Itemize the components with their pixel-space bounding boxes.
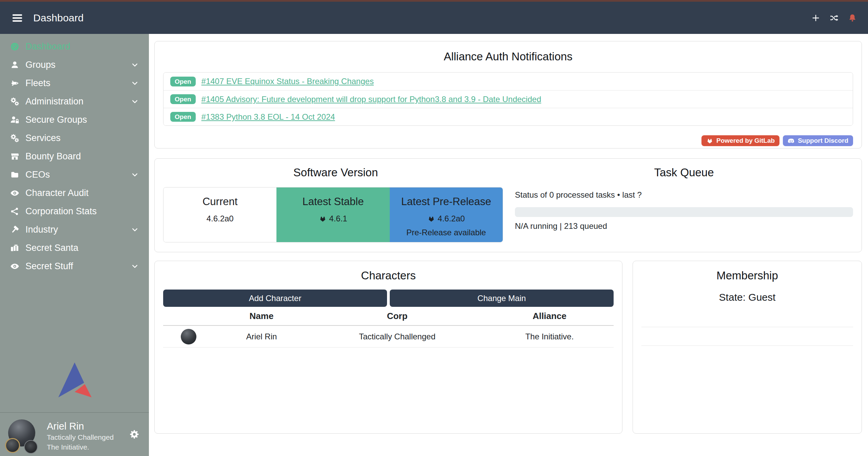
version-column: Latest Pre-Release 4.6.2a0 Pre-Release a… [390,187,503,242]
shuffle-icon[interactable] [829,13,839,23]
user-info: Ariel Rin Tactically Challenged The Init… [47,420,141,452]
gears-icon [10,97,19,106]
task-queue-queue-line: N/A running | 213 queued [515,221,853,231]
chevron-down-icon [131,79,139,87]
sidebar-item-secret-santa[interactable]: Secret Santa [0,239,149,257]
sidebar-item-industry[interactable]: Industry [0,220,149,239]
sidebar-item-label: CEOs [25,170,131,180]
characters-card: Characters Add Character Change Main Nam… [154,261,622,434]
sidebar-item-label: Groups [25,60,131,70]
chevron-down-icon [131,98,139,105]
sidebar-item-label: Character Audit [25,188,131,198]
bell-icon[interactable] [848,13,857,23]
sidebar-item-secret-stuff[interactable]: Secret Stuff [0,257,149,275]
sidebar: Dashboard Groups Fleets Administration S… [0,34,149,456]
header-corp: Corp [309,311,485,321]
discord-badge[interactable]: Support Discord [783,135,853,146]
version-column: Current 4.6.2a0 [163,187,276,242]
share-icon [10,207,19,216]
membership-title: Membership [641,269,853,282]
plus-icon[interactable] [811,13,821,23]
chevron-down-icon [131,226,139,234]
task-queue-section: Task Queue Status of 0 processed tasks •… [508,166,853,252]
add-character-button[interactable]: Add Character [163,290,387,307]
gauge-icon [10,42,19,51]
header-alliance: Alliance [485,311,614,321]
sidebar-item-label: Secret Stuff [25,261,131,272]
gitlab-icon [706,137,713,144]
status-badge: Open [170,112,196,122]
sidebar-item-secure-groups[interactable]: Secure Groups [0,111,149,129]
version-value: 4.6.2a0 [438,214,465,223]
notification-link[interactable]: #1407 EVE Equinox Status - Breaking Chan… [201,77,374,86]
version-column-heading: Latest Pre-Release [390,196,503,208]
notification-link[interactable]: #1405 Advisory: Future development will … [201,95,541,104]
top-navbar: Dashboard [0,2,868,34]
sidebar-item-label: Services [25,133,131,143]
alliance-logo-badge [24,440,38,454]
chevron-down-icon [131,262,139,270]
sidebar-item-bounty-board[interactable]: Bounty Board [0,147,149,165]
user-icon [10,60,19,70]
version-comparison-box: Current 4.6.2a0 Latest Stable 4.6.1 Late… [163,187,503,242]
character-corp: Tactically Challenged [309,332,485,341]
hammer-icon [10,225,19,234]
user-settings-gear-icon[interactable] [129,429,139,439]
task-queue-progress-bar [515,207,853,217]
version-taskqueue-card: Software Version Current 4.6.2a0 Latest … [154,158,862,252]
version-note: Pre-Release available [390,228,503,237]
sidebar-item-groups[interactable]: Groups [0,56,149,74]
notification-row: Open #1383 Python 3.8 EOL - 14 Oct 2024 [163,108,853,125]
character-row: Ariel Rin Tactically Challenged The Init… [163,326,614,348]
gitlab-icon [319,215,327,223]
main-content: Alliance Auth Notifications Open #1407 E… [149,34,868,456]
notifications-list: Open #1407 EVE Equinox Status - Breaking… [163,72,853,126]
notifications-card: Alliance Auth Notifications Open #1407 E… [154,41,862,148]
notifications-title: Alliance Auth Notifications [163,50,853,63]
eye-icon [10,189,19,198]
store-icon [10,152,19,161]
character-name: Ariel Rin [214,332,309,341]
sidebar-item-label: Bounty Board [25,151,131,162]
shuttle-icon [10,79,19,88]
characters-title: Characters [163,269,614,282]
sidebar-item-ceos[interactable]: CEOs [0,165,149,184]
change-main-button[interactable]: Change Main [390,290,614,307]
task-queue-title: Task Queue [515,166,853,179]
sidebar-item-character-audit[interactable]: Character Audit [0,184,149,202]
sidebar-item-administration[interactable]: Administration [0,92,149,111]
hamburger-menu-icon[interactable] [11,12,24,24]
membership-group-row [641,309,853,327]
sidebar-item-label: Industry [25,224,131,235]
corp-logo-badge [5,438,20,453]
status-badge: Open [170,94,196,104]
sidebar-item-label: Corporation Stats [25,206,131,217]
page-title: Dashboard [33,12,84,24]
badge-label: Support Discord [798,137,848,144]
gears-icon [10,134,19,143]
gitlab-badge[interactable]: Powered by GitLab [701,135,779,146]
sidebar-item-services[interactable]: Services [0,129,149,147]
gitlab-icon [427,215,435,223]
navbar-actions [811,13,857,23]
membership-state: State: Guest [641,292,853,303]
chevron-down-icon [131,61,139,69]
user-avatar-stack [8,419,35,447]
sidebar-bottom: Ariel Rin Tactically Challenged The Init… [0,361,149,456]
notification-row: Open #1405 Advisory: Future development … [163,90,853,108]
notification-link[interactable]: #1383 Python 3.8 EOL - 14 Oct 2024 [201,112,335,122]
version-value: 4.6.1 [329,214,347,223]
sidebar-item-dashboard[interactable]: Dashboard [0,37,149,56]
membership-card: Membership State: Guest [633,261,862,434]
user-name: Ariel Rin [47,420,141,432]
task-queue-status-line: Status of 0 processed tasks • last ? [515,190,853,200]
membership-group-list [641,309,853,346]
character-alliance: The Initiative. [485,332,614,341]
characters-table-body: Ariel Rin Tactically Challenged The Init… [163,326,614,348]
folder-icon [10,170,19,179]
sidebar-item-corporation-stats[interactable]: Corporation Stats [0,202,149,220]
character-portrait [181,329,196,344]
sidebar-menu: Dashboard Groups Fleets Administration S… [0,34,149,275]
gifts-icon [10,243,19,253]
sidebar-item-fleets[interactable]: Fleets [0,74,149,92]
